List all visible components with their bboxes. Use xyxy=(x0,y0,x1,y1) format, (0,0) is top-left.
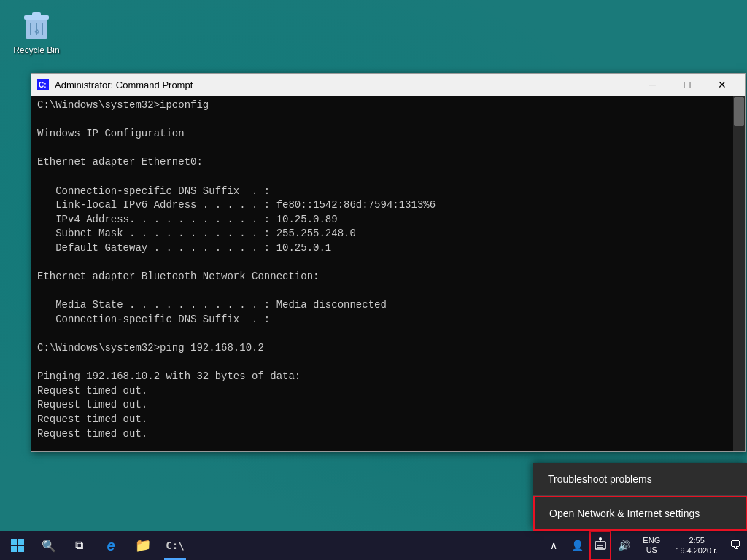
tray-network-button[interactable] xyxy=(589,531,611,560)
scrollbar-thumb[interactable] xyxy=(734,97,744,126)
taskbar-explorer-button[interactable]: 📁 xyxy=(127,531,159,560)
system-tray: ∧ 👤 🔊 xyxy=(540,531,670,560)
taskbar-ie-button[interactable]: e xyxy=(95,531,127,560)
cmd-titlebar-icon: C: xyxy=(37,79,49,90)
tray-language-button[interactable]: ENGUS xyxy=(636,531,667,560)
network-troubleshoot-button[interactable]: Troubleshoot problems xyxy=(533,463,747,496)
cmd-window-controls: ─ □ ✕ xyxy=(635,74,739,96)
chevron-up-icon: ∧ xyxy=(550,540,557,551)
recycle-bin-graphic: ♻ xyxy=(19,7,54,42)
cmd-body: C:\Windows\system32>ipconfig Windows IP … xyxy=(31,96,745,451)
cmd-icon: C:\ xyxy=(166,540,184,551)
tray-show-hidden-button[interactable]: ∧ xyxy=(543,531,565,560)
taskbar-clock[interactable]: 2:55 19.4.2020 г. xyxy=(670,531,724,560)
notification-icon: 🗨 xyxy=(729,539,741,552)
tray-volume-button[interactable]: 🔊 xyxy=(613,531,635,560)
taskbar-notification-button[interactable]: 🗨 xyxy=(724,531,747,560)
cmd-minimize-button[interactable]: ─ xyxy=(635,74,669,96)
task-view-icon: ⧉ xyxy=(75,539,83,552)
start-button[interactable] xyxy=(0,531,35,560)
recycle-bin-icon[interactable]: ♻ Recycle Bin xyxy=(7,7,66,55)
windows-logo-icon xyxy=(11,539,24,552)
tray-user-icon[interactable]: 👤 xyxy=(566,531,588,560)
network-icon xyxy=(594,537,607,553)
network-open-settings-button[interactable]: Open Network & Internet settings xyxy=(533,496,747,531)
cmd-scrollbar[interactable] xyxy=(733,96,745,451)
person-icon: 👤 xyxy=(571,540,584,551)
cmd-window-title: Administrator: Command Prompt xyxy=(55,79,630,90)
cmd-window: C: Administrator: Command Prompt ─ □ ✕ C… xyxy=(31,73,746,452)
clock-time: 2:55 xyxy=(689,535,704,545)
taskbar-cmd-button[interactable]: C:\ xyxy=(159,531,191,560)
cmd-maximize-button[interactable]: □ xyxy=(670,74,704,96)
taskbar-search-button[interactable]: 🔍 xyxy=(35,531,63,560)
network-popup: Troubleshoot problems Open Network & Int… xyxy=(533,463,747,531)
cmd-output: C:\Windows\system32>ipconfig Windows IP … xyxy=(31,96,733,451)
language-label: ENGUS xyxy=(643,536,660,555)
taskbar: 🔍 ⧉ e 📁 C:\ ∧ 👤 xyxy=(0,531,747,560)
taskbar-task-view[interactable]: ⧉ xyxy=(63,531,95,560)
svg-text:C:: C: xyxy=(39,81,47,89)
search-icon: 🔍 xyxy=(42,539,56,553)
svg-text:♻: ♻ xyxy=(34,28,39,35)
internet-explorer-icon: e xyxy=(107,537,115,554)
file-explorer-icon: 📁 xyxy=(135,537,151,553)
clock-date: 19.4.2020 г. xyxy=(676,545,718,556)
cmd-close-button[interactable]: ✕ xyxy=(705,74,739,96)
cmd-titlebar: C: Administrator: Command Prompt ─ □ ✕ xyxy=(31,74,745,96)
svg-point-11 xyxy=(599,537,602,540)
desktop: ♻ Recycle Bin C: Administrator: Command … xyxy=(0,0,747,560)
recycle-bin-label: Recycle Bin xyxy=(13,45,59,55)
svg-rect-2 xyxy=(32,12,41,16)
volume-icon: 🔊 xyxy=(618,540,630,551)
